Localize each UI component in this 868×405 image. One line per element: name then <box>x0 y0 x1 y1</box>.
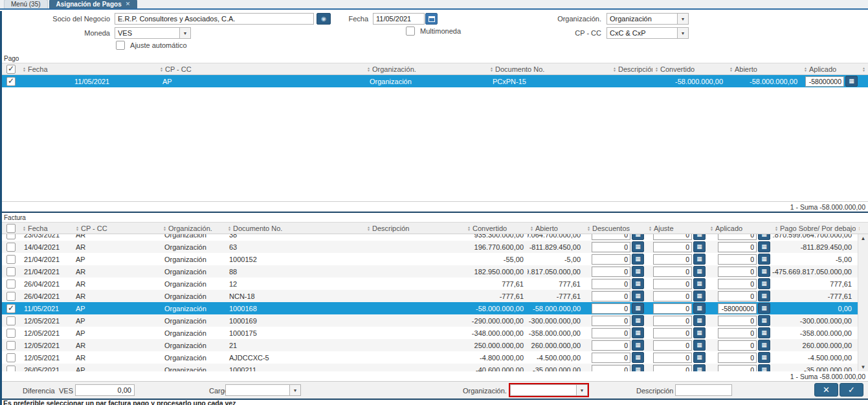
factura-col-trailing-sort[interactable]: ▲▼ <box>856 226 860 231</box>
chevron-down-icon[interactable]: ▾ <box>677 14 688 24</box>
calculator-button[interactable]: ▦ <box>693 290 706 301</box>
pago-col-abierto[interactable]: ▲▼Abierto <box>727 65 801 73</box>
factura-col-aplicado[interactable]: ▲▼Aplicado <box>707 224 772 232</box>
pago-select-all-checkbox[interactable] <box>6 65 16 74</box>
pago-col-descripcion[interactable]: ▲▼Descripción <box>610 65 652 73</box>
sort-icon[interactable]: ▲▼ <box>228 226 231 231</box>
aplicado-input[interactable] <box>718 328 757 338</box>
calculator-button[interactable]: ▦ <box>845 76 858 87</box>
pago-col-cpcc[interactable]: ▲▼CP - CC <box>157 65 364 73</box>
close-icon[interactable]: ✕ <box>126 1 131 7</box>
sort-icon[interactable]: ▲▼ <box>587 226 590 231</box>
factura-col-fecha[interactable]: ▲▼Fecha <box>20 224 73 232</box>
descuentos-input[interactable] <box>592 328 630 338</box>
table-row[interactable]: 14/04/2021 AR Organización 63 196.770.60… <box>2 241 858 253</box>
row-checkbox[interactable] <box>6 279 16 289</box>
aplicado-input[interactable] <box>718 291 757 301</box>
row-checkbox[interactable] <box>6 366 16 371</box>
sort-icon[interactable]: ▲▼ <box>710 226 713 231</box>
calculator-button[interactable]: ▦ <box>758 327 770 338</box>
factura-col-organizacion[interactable]: ▲▼Organización. <box>161 224 225 232</box>
ajuste-input[interactable] <box>653 328 692 338</box>
sort-icon[interactable]: ▲▼ <box>367 226 370 231</box>
descuentos-input[interactable] <box>592 365 630 372</box>
ajuste-input[interactable] <box>653 254 692 265</box>
calculator-button[interactable]: ▦ <box>632 241 644 252</box>
descuentos-input[interactable] <box>592 279 630 289</box>
calculator-button[interactable]: ▦ <box>693 340 706 351</box>
descuentos-input[interactable] <box>592 234 630 240</box>
sort-icon[interactable]: ▲▼ <box>862 67 865 72</box>
ajuste-input[interactable] <box>653 291 692 301</box>
diferencia-input[interactable] <box>75 384 135 396</box>
footer-descripcion-input[interactable] <box>675 384 732 396</box>
chevron-down-icon[interactable]: ▾ <box>179 28 190 38</box>
calculator-button[interactable]: ▦ <box>758 241 770 252</box>
cargo-input[interactable] <box>226 385 289 395</box>
sort-icon[interactable]: ▲▼ <box>163 226 166 231</box>
row-checkbox[interactable] <box>6 316 16 325</box>
cpcc-input[interactable] <box>607 28 677 38</box>
row-checkbox[interactable] <box>6 77 16 86</box>
factura-scrollbar[interactable]: ▲ ▼ <box>858 234 868 371</box>
scroll-up-icon[interactable]: ▲ <box>861 234 866 243</box>
row-checkbox[interactable] <box>6 255 16 264</box>
factura-col-convertido[interactable]: ▲▼Convertido <box>465 224 528 232</box>
factura-col-descuentos[interactable]: ▲▼Descuentos <box>584 224 646 232</box>
aplicado-input[interactable] <box>718 234 757 240</box>
calculator-button[interactable]: ▦ <box>632 315 644 326</box>
descuentos-input[interactable] <box>592 303 630 314</box>
calculator-button[interactable]: ▦ <box>693 303 706 314</box>
calculator-button[interactable]: ▦ <box>632 352 644 363</box>
sort-icon[interactable]: ▲▼ <box>367 67 370 72</box>
row-checkbox[interactable] <box>6 292 16 301</box>
moneda-input[interactable] <box>115 28 179 38</box>
ajuste-input[interactable] <box>653 340 692 351</box>
sort-icon[interactable]: ▲▼ <box>490 67 493 72</box>
table-row[interactable]: 23/03/2021 AR Organización 38 935.300.00… <box>2 234 858 241</box>
sort-icon[interactable]: ▲▼ <box>467 226 471 231</box>
calculator-button[interactable]: ▦ <box>632 254 644 265</box>
factura-col-pago-sobre[interactable]: ▲▼Pago Sobre/ Por debajo <box>772 224 856 232</box>
ajuste-automatico-checkbox[interactable] <box>116 41 125 50</box>
aplicado-input[interactable] <box>805 76 844 87</box>
aplicado-input[interactable] <box>718 242 757 252</box>
calculator-button[interactable]: ▦ <box>693 278 706 289</box>
aplicado-input[interactable] <box>718 365 757 372</box>
calculator-button[interactable]: ▦ <box>632 266 644 277</box>
sort-icon[interactable]: ▲▼ <box>775 226 778 231</box>
descuentos-input[interactable] <box>592 267 630 277</box>
pago-col-documento[interactable]: ▲▼Documento No. <box>487 65 610 73</box>
calculator-button[interactable]: ▦ <box>632 340 644 351</box>
table-row[interactable]: 11/05/2021 AP Organización PCxPN-15 -58.… <box>2 75 868 87</box>
factura-col-documento[interactable]: ▲▼Documento No. <box>225 224 364 232</box>
fecha-input[interactable] <box>373 13 425 25</box>
aplicado-input[interactable] <box>718 340 757 351</box>
calculator-button[interactable]: ▦ <box>632 364 644 371</box>
ajuste-input[interactable] <box>653 316 692 326</box>
tab-menu[interactable]: Menú (35) <box>4 0 48 8</box>
cancel-button[interactable]: ✕ <box>814 383 838 397</box>
calculator-button[interactable]: ▦ <box>693 266 706 277</box>
sort-icon[interactable]: ▲▼ <box>160 67 163 72</box>
descuentos-input[interactable] <box>592 316 630 326</box>
calculator-button[interactable]: ▦ <box>693 241 706 252</box>
descuentos-input[interactable] <box>592 340 630 351</box>
calculator-button[interactable]: ▦ <box>758 364 770 371</box>
calculator-button[interactable]: ▦ <box>693 352 706 363</box>
pago-col-aplicado[interactable]: ▲▼Aplicado <box>801 65 860 73</box>
factura-col-cpcc[interactable]: ▲▼CP - CC <box>73 224 161 232</box>
sort-icon[interactable]: ▲▼ <box>530 226 533 231</box>
sort-icon[interactable]: ▲▼ <box>804 67 807 72</box>
calculator-button[interactable]: ▦ <box>632 234 644 240</box>
confirm-button[interactable]: ✓ <box>840 383 863 397</box>
tab-asignacion-de-pagos[interactable]: Asignación de Pagos ✕ <box>49 0 138 8</box>
table-row[interactable]: 26/04/2021 AR Organización 12 777,61 777… <box>2 278 858 290</box>
table-row[interactable]: 26/04/2021 AR Organización NCN-18 -777,6… <box>2 290 858 302</box>
calculator-button[interactable]: ▦ <box>758 352 770 363</box>
factura-col-descripcion[interactable]: ▲▼Descripción <box>364 224 465 232</box>
table-row[interactable]: 12/05/2021 AP Organización 1000175 -348.… <box>2 327 858 339</box>
calculator-button[interactable]: ▦ <box>758 290 770 301</box>
table-row[interactable]: 26/05/2021 AP Organización 1000211 -40.6… <box>2 364 858 371</box>
factura-col-ajuste[interactable]: ▲▼Ajuste <box>646 224 707 232</box>
